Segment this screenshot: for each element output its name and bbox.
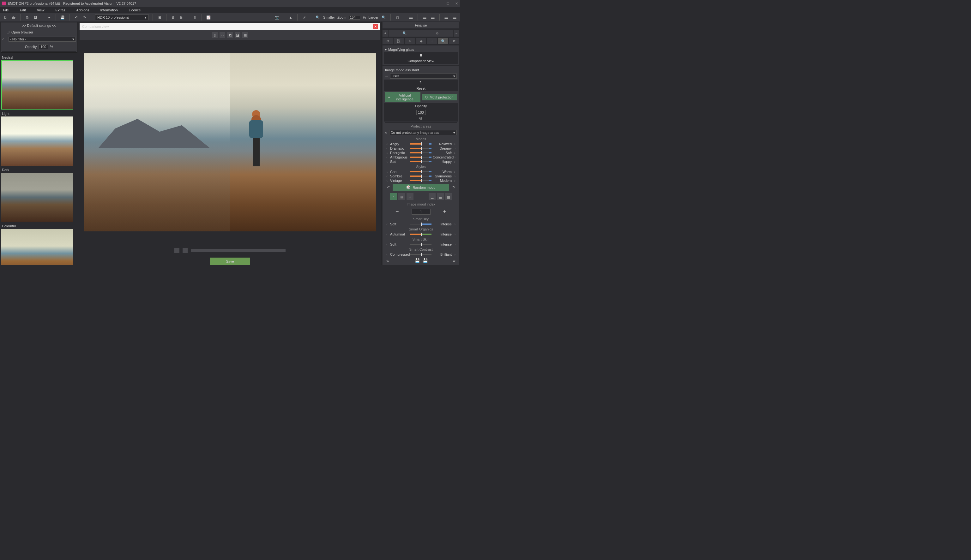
menu-extras[interactable]: Extras	[55, 8, 65, 12]
nav-save-1[interactable]: 💾	[414, 258, 420, 263]
close-comparison-button[interactable]: ✕	[373, 24, 378, 29]
tool-colour-icon[interactable]: ◆	[416, 38, 426, 44]
skin-slider[interactable]	[410, 244, 431, 245]
add-tab-button[interactable]: +	[383, 30, 388, 37]
grid-single-button[interactable]: ▪	[390, 193, 397, 200]
comparison-checkbox[interactable]: ◼	[419, 53, 422, 57]
mood-0-slider[interactable]	[410, 143, 431, 145]
filter-dropdown[interactable]: - No filter -▾	[8, 37, 76, 42]
undo-icon[interactable]: ↶	[73, 15, 79, 20]
chart-icon[interactable]: 📈	[206, 15, 211, 20]
redo-mood-button[interactable]: ↻	[450, 184, 457, 191]
bars-mid-button[interactable]: ▃	[437, 193, 444, 200]
face-tab[interactable]: ☺	[421, 30, 453, 37]
camera-icon[interactable]: 📷	[274, 15, 280, 20]
preset-colourful-thumb[interactable]	[1, 229, 73, 265]
tool-magnify-icon[interactable]: 🔍	[438, 38, 448, 44]
redo-icon[interactable]: ↷	[82, 15, 87, 20]
close-button[interactable]: ✕	[455, 2, 458, 6]
skin-prev[interactable]: ‹	[385, 242, 389, 246]
opacity-input[interactable]: 100	[38, 44, 48, 49]
mood-0-next[interactable]: ›	[453, 142, 457, 146]
save-icon[interactable]: 💾	[60, 15, 65, 20]
bars-low-button[interactable]: ▁	[429, 193, 436, 200]
style-1-next[interactable]: ›	[453, 174, 457, 178]
zoom-out-icon[interactable]: 🔍	[315, 15, 321, 20]
open-browser-button[interactable]: ⊞ Open browser	[1, 29, 77, 35]
style-1-slider[interactable]	[410, 175, 431, 177]
zoom-input[interactable]	[349, 15, 360, 20]
preset-neutral-thumb[interactable]	[1, 60, 73, 110]
right-opacity-slider[interactable]	[385, 122, 457, 123]
mood-2-slider[interactable]	[410, 152, 431, 153]
zoom-in-icon[interactable]: 🔍	[381, 15, 387, 20]
organics-slider[interactable]	[410, 233, 431, 235]
reset-button[interactable]: ↻ Reset	[384, 80, 458, 91]
open-icon[interactable]: 🗁	[11, 15, 17, 20]
mood-4-next[interactable]: ›	[453, 160, 457, 163]
tool-settings-icon[interactable]: ✿	[449, 38, 459, 44]
tool-image-icon[interactable]: 🖼	[394, 38, 404, 44]
motif-button[interactable]: 🛡 Motif protection	[422, 94, 457, 100]
flip-icon[interactable]: ▲	[288, 15, 293, 20]
view-icon-5[interactable]: ▬	[452, 15, 457, 20]
image-icon[interactable]: 🖼	[33, 15, 38, 20]
mood-1-prev[interactable]: ‹	[385, 147, 389, 150]
grid-4-button[interactable]: ▦	[398, 193, 405, 200]
compare-layout-1[interactable]: ▯	[212, 32, 218, 38]
contrast-slider[interactable]	[410, 254, 431, 255]
style-1-prev[interactable]: ‹	[385, 174, 389, 178]
skin-next[interactable]: ›	[453, 242, 457, 246]
mood-1-next[interactable]: ›	[453, 147, 457, 150]
mood-4-slider[interactable]	[410, 161, 431, 162]
style-0-slider[interactable]	[410, 171, 431, 172]
preset-dark-thumb[interactable]	[1, 173, 73, 222]
crop-icon[interactable]: ◻	[394, 15, 400, 20]
tool-gear-icon[interactable]: ⚙	[383, 38, 393, 44]
mood-index-value[interactable]: 1	[411, 209, 431, 215]
protect-dropdown[interactable]: Do not protect any image areas▾	[389, 130, 457, 135]
sky-next[interactable]: ›	[453, 222, 457, 226]
settings-icon[interactable]: ✦	[46, 15, 52, 20]
save-button[interactable]: Save	[210, 258, 249, 265]
view-icon-4[interactable]: ▬	[443, 15, 449, 20]
search-tab[interactable]: 🔍	[389, 30, 421, 37]
mood-3-next[interactable]: ›	[453, 155, 457, 159]
filter-radio[interactable]: ○	[2, 37, 7, 41]
tool-icon-2[interactable]: 🗎	[170, 15, 176, 20]
menu-view[interactable]: View	[37, 8, 45, 12]
nav-save-2[interactable]: 💾	[422, 258, 428, 263]
menu-addons[interactable]: Add-ons	[77, 8, 89, 12]
tool-node-icon[interactable]: ⊹	[427, 38, 437, 44]
style-0-next[interactable]: ›	[453, 170, 457, 173]
compare-layout-4[interactable]: ◪	[235, 32, 241, 38]
random-mood-button[interactable]: 🎲 Random mood	[393, 184, 449, 191]
remove-tab-button[interactable]: −	[454, 30, 459, 37]
magnifying-header[interactable]: ▸ Magnifying glass	[384, 47, 458, 52]
mood-2-next[interactable]: ›	[453, 151, 457, 155]
default-settings-button[interactable]: >> Default settings <<	[1, 22, 77, 29]
view-icon-2[interactable]: ▬	[422, 15, 427, 20]
protect-radio[interactable]: ○	[385, 131, 387, 135]
mood-0-prev[interactable]: ‹	[385, 142, 389, 146]
sky-prev[interactable]: ‹	[385, 222, 389, 226]
menu-edit[interactable]: Edit	[20, 8, 26, 12]
undo-mood-button[interactable]: ↶	[385, 184, 391, 191]
organics-next[interactable]: ›	[453, 232, 457, 236]
timeline-slider[interactable]	[191, 249, 286, 252]
style-2-next[interactable]: ›	[453, 179, 457, 182]
opacity-slider[interactable]	[2, 51, 76, 52]
mood-3-prev[interactable]: ‹	[385, 155, 389, 159]
tool-icon-3[interactable]: 🗎	[179, 15, 184, 20]
preset-light-thumb[interactable]	[1, 117, 73, 166]
contrast-prev[interactable]: ‹	[385, 253, 389, 256]
grid-9-button[interactable]: ⊞	[406, 193, 413, 200]
image-viewport[interactable]	[80, 41, 380, 244]
menu-licence[interactable]: Licence	[129, 8, 141, 12]
mood-index-plus[interactable]: +	[443, 208, 447, 215]
view-icon-3[interactable]: ▬	[430, 15, 436, 20]
new-icon[interactable]: 🗋	[3, 15, 8, 20]
maximize-button[interactable]: ☐	[446, 2, 450, 6]
right-opacity-input[interactable]: 100	[416, 110, 426, 115]
tool-wand-icon[interactable]: ✎	[404, 38, 415, 44]
